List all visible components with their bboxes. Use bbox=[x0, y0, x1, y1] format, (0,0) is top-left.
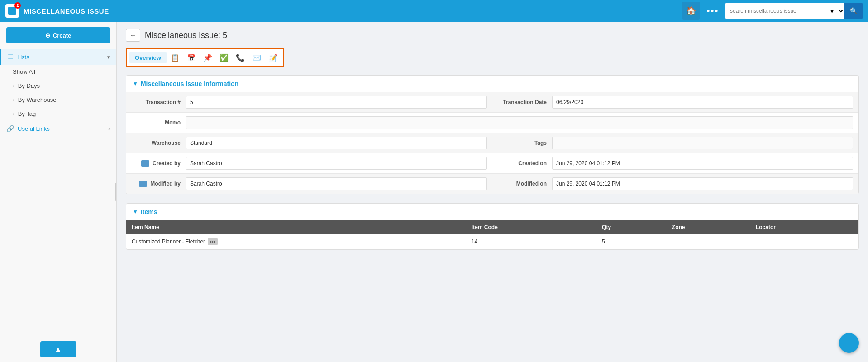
sidebar-item-by-warehouse[interactable]: › By Warehouse bbox=[0, 93, 116, 107]
col-item-code: Item Code bbox=[466, 220, 596, 234]
toolbar-notes-button[interactable]: 📝 bbox=[265, 51, 281, 64]
by-warehouse-label: By Warehouse bbox=[18, 96, 57, 103]
scroll-top-button[interactable]: ▲ bbox=[40, 341, 76, 357]
col-locator: Locator bbox=[750, 220, 858, 234]
col-item-name: Item Name bbox=[126, 220, 466, 234]
transaction-number-cell: Transaction # 5 bbox=[126, 92, 492, 112]
main-content: ← Miscellaneous Issue: 5 Overview 📋 📅 📌 … bbox=[117, 22, 868, 362]
modified-by-label: Modified by bbox=[132, 181, 186, 187]
sidebar-collapse-button[interactable]: ‹ bbox=[115, 183, 117, 201]
notification-badge: 2 bbox=[14, 2, 21, 9]
sidebar-item-show-all[interactable]: Show All bbox=[0, 65, 116, 79]
app-title: MISCELLANEOUS ISSUE bbox=[24, 7, 677, 15]
sidebar-lists-label: Lists bbox=[17, 54, 29, 61]
search-dropdown[interactable]: ▼ bbox=[825, 3, 844, 19]
sidebar-section-lists: ☰ Lists ▾ Show All › By Days › By Wareho… bbox=[0, 49, 116, 121]
more-button[interactable]: ••• bbox=[704, 2, 722, 20]
sidebar-item-lists[interactable]: ☰ Lists ▾ bbox=[0, 49, 116, 65]
by-tag-label: By Tag bbox=[18, 110, 36, 117]
useful-links-icon: 🔗 bbox=[6, 125, 14, 132]
items-header-row: Item Name Item Code Qty Zone Locator bbox=[126, 220, 858, 234]
show-all-label: Show All bbox=[13, 68, 35, 75]
back-button[interactable]: ← bbox=[126, 29, 140, 42]
warehouse-cell: Warehouse Standard bbox=[126, 133, 492, 153]
transaction-date-cell: Transaction Date 06/29/2020 bbox=[492, 92, 858, 112]
home-button[interactable]: 🏠 bbox=[682, 2, 700, 20]
sidebar-item-useful-links[interactable]: 🔗 Useful Links › bbox=[0, 121, 116, 136]
item-qty-cell: 5 bbox=[596, 234, 667, 249]
modified-by-value: Sarah Castro bbox=[186, 177, 487, 190]
tags-cell: Tags bbox=[492, 133, 858, 153]
items-table-head: Item Name Item Code Qty Zone Locator bbox=[126, 220, 858, 234]
item-code-cell: 14 bbox=[466, 234, 596, 249]
tags-value bbox=[552, 137, 853, 149]
create-plus-icon: ⊕ bbox=[45, 32, 50, 39]
items-table-container: Item Name Item Code Qty Zone Locator Cus… bbox=[126, 220, 858, 249]
page-title: Miscellaneous Issue: 5 bbox=[145, 31, 227, 40]
toolbar: Overview 📋 📅 📌 ✅ 📞 ✉️ 📝 bbox=[126, 48, 284, 67]
items-section-toggle-icon: ▼ bbox=[133, 209, 138, 215]
toolbar-email-button[interactable]: ✉️ bbox=[249, 51, 264, 64]
items-section: ▼ Items Item Name Item Code Qty Zone Loc… bbox=[126, 203, 859, 250]
modified-by-cell: Modified by Sarah Castro bbox=[126, 173, 492, 194]
info-section-header[interactable]: ▼ Miscellaneous Issue Information bbox=[126, 76, 858, 92]
col-qty: Qty bbox=[596, 220, 667, 234]
sidebar-item-by-tag[interactable]: › By Tag bbox=[0, 107, 116, 121]
create-label: Create bbox=[53, 32, 71, 39]
search-container: ▼ 🔍 bbox=[725, 3, 863, 19]
search-input[interactable] bbox=[725, 3, 825, 19]
memo-value bbox=[186, 116, 853, 129]
top-header: 2 MISCELLANEOUS ISSUE 🏠 ••• ▼ 🔍 bbox=[0, 0, 868, 22]
transaction-date-value: 06/29/2020 bbox=[552, 96, 853, 109]
created-on-label: Created on bbox=[498, 160, 552, 167]
toolbar-checklist-button[interactable]: ✅ bbox=[216, 51, 232, 64]
memo-cell: Memo bbox=[126, 112, 858, 133]
created-by-label: Created by bbox=[132, 160, 186, 167]
lists-arrow-icon: ▾ bbox=[107, 54, 110, 60]
item-locator-cell bbox=[750, 234, 858, 249]
warehouse-value: Standard bbox=[186, 137, 487, 149]
items-table: Item Name Item Code Qty Zone Locator Cus… bbox=[126, 220, 858, 249]
warehouse-label: Warehouse bbox=[132, 140, 186, 146]
layout: ⊕ Create ☰ Lists ▾ Show All › By Days › … bbox=[0, 22, 868, 362]
created-by-id-icon bbox=[141, 160, 149, 167]
items-table-body: Customized Planner - Fletcher ••• 14 5 bbox=[126, 234, 858, 249]
item-zone-cell bbox=[667, 234, 750, 249]
create-button[interactable]: ⊕ Create bbox=[6, 27, 110, 43]
by-days-label: By Days bbox=[18, 82, 40, 89]
item-name-cell: Customized Planner - Fletcher ••• bbox=[126, 234, 466, 249]
header-right: 🏠 ••• ▼ 🔍 bbox=[682, 2, 863, 20]
info-section: ▼ Miscellaneous Issue Information Transa… bbox=[126, 75, 859, 194]
toolbar-list-button[interactable]: 📋 bbox=[167, 51, 183, 64]
tags-label: Tags bbox=[498, 140, 552, 146]
search-button[interactable]: 🔍 bbox=[844, 3, 863, 19]
sidebar: ⊕ Create ☰ Lists ▾ Show All › By Days › … bbox=[0, 22, 117, 362]
memo-label: Memo bbox=[132, 119, 186, 126]
modified-on-value: Jun 29, 2020 04:01:12 PM bbox=[552, 177, 853, 190]
by-tag-arrow: › bbox=[13, 111, 14, 117]
items-section-title: Items bbox=[141, 208, 157, 215]
lists-icon: ☰ bbox=[8, 53, 14, 61]
useful-links-arrow-icon: › bbox=[108, 126, 110, 131]
by-warehouse-arrow: › bbox=[13, 97, 14, 103]
modified-on-cell: Modified on Jun 29, 2020 04:01:12 PM bbox=[492, 173, 858, 194]
created-by-value: Sarah Castro bbox=[186, 157, 487, 170]
transaction-number-label: Transaction # bbox=[132, 99, 186, 105]
items-section-header[interactable]: ▼ Items bbox=[126, 204, 858, 220]
toolbar-pin-button[interactable]: 📌 bbox=[200, 51, 215, 64]
modified-on-label: Modified on bbox=[498, 181, 552, 187]
item-menu-button[interactable]: ••• bbox=[208, 238, 218, 245]
sidebar-item-by-days[interactable]: › By Days bbox=[0, 79, 116, 93]
modified-by-id-icon bbox=[139, 181, 147, 187]
created-on-cell: Created on Jun 29, 2020 04:01:12 PM bbox=[492, 153, 858, 173]
by-days-arrow: › bbox=[13, 83, 14, 89]
toolbar-overview-button[interactable]: Overview bbox=[129, 52, 167, 63]
sidebar-bottom: ▲ bbox=[0, 337, 116, 362]
info-section-toggle-icon: ▼ bbox=[133, 81, 138, 87]
toolbar-phone-button[interactable]: 📞 bbox=[233, 51, 248, 64]
created-on-value: Jun 29, 2020 04:01:12 PM bbox=[552, 157, 853, 170]
fab-button[interactable]: + bbox=[839, 333, 859, 353]
toolbar-calendar-button[interactable]: 📅 bbox=[184, 51, 199, 64]
item-name-text: Customized Planner - Fletcher bbox=[132, 238, 205, 245]
item-name-content: Customized Planner - Fletcher ••• bbox=[132, 238, 461, 245]
